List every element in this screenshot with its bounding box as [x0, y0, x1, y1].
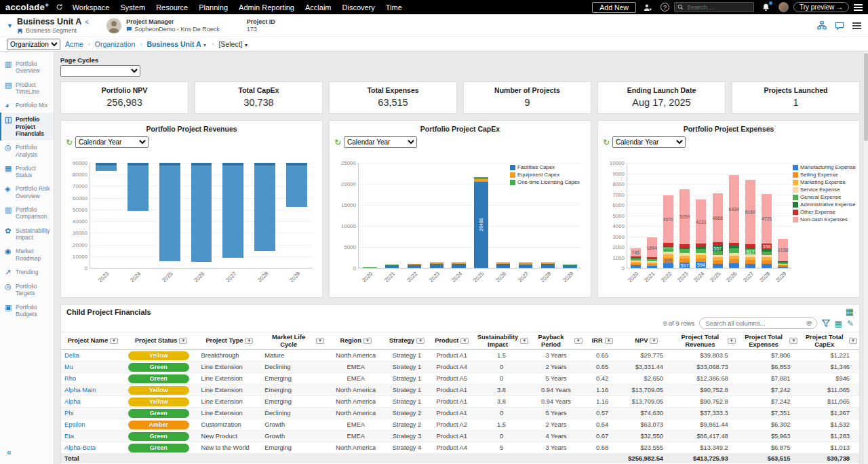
nav-item-system[interactable]: System: [115, 3, 151, 12]
project-link[interactable]: Rho: [64, 375, 76, 382]
chevron-down-icon: ▼: [203, 43, 208, 47]
menu-hamburger-icon[interactable]: [854, 3, 863, 12]
nav-item-acclaim[interactable]: Acclaim: [300, 3, 337, 12]
table-search-input[interactable]: [704, 319, 806, 328]
page-cycles-select[interactable]: [60, 65, 140, 77]
sidebar-item-trending[interactable]: ↗Trending: [0, 265, 54, 279]
column-filter-icon[interactable]: ▼: [245, 338, 253, 344]
segment-other-expense: [778, 261, 788, 262]
nav-item-time[interactable]: Time: [380, 3, 408, 12]
project-link[interactable]: Eta: [64, 433, 74, 440]
scrollbar-thumb[interactable]: [864, 53, 868, 141]
column-filter-icon[interactable]: ▼: [110, 338, 118, 344]
refresh-icon[interactable]: ↻: [334, 138, 341, 147]
comments-icon[interactable]: [835, 22, 844, 30]
table-row: Alpha-BetaGreenNew to the WorldEmergingN…: [61, 442, 859, 454]
nav-item-admin-reporting[interactable]: Admin Reporting: [233, 3, 300, 12]
refresh-icon[interactable]: ↻: [603, 138, 610, 147]
scope-select[interactable]: Organization: [7, 39, 60, 50]
sync-icon[interactable]: [55, 3, 64, 12]
nav-item-resource[interactable]: Resource: [151, 3, 193, 12]
cell-project-status: Green: [125, 362, 198, 373]
chat-bubble-icon[interactable]: [126, 26, 132, 32]
nav-item-planning[interactable]: Planning: [193, 3, 233, 12]
sidebar-item-portfolio-project-financials[interactable]: ◫Portfolio Project Financials: [0, 113, 54, 140]
breadcrumb-item-business-unit-a[interactable]: Business Unit A▼: [146, 40, 207, 48]
user-avatar[interactable]: [778, 2, 789, 12]
clear-search-icon[interactable]: ⊗: [806, 320, 812, 327]
project-link[interactable]: Epsilon: [64, 421, 85, 428]
column-filter-icon[interactable]: ▼: [416, 338, 425, 344]
context-expand-caret-icon[interactable]: ▼: [7, 22, 13, 29]
edit-icon[interactable]: ✎: [847, 320, 854, 328]
column-filter-icon[interactable]: ▼: [460, 338, 469, 344]
project-link[interactable]: Delta: [64, 352, 79, 359]
navbar-search-input[interactable]: [686, 3, 751, 12]
breadcrumb-item-select[interactable]: [Select]▼: [218, 40, 248, 48]
x-axis-label: 2029: [769, 271, 788, 290]
column-filter-icon[interactable]: ▼: [605, 338, 613, 344]
sidebar-item-portfolio-budgets[interactable]: ▣Portfolio Budgets: [0, 301, 54, 322]
hierarchy-icon[interactable]: [817, 21, 827, 30]
filter-funnel-icon[interactable]: [822, 320, 830, 327]
period-select[interactable]: Calendar Year: [344, 136, 417, 148]
excel-export-icon[interactable]: ▦: [846, 307, 854, 316]
column-header-inner: Project Total CapEx▼: [802, 334, 857, 348]
column-header-inner: IRR▼: [592, 337, 613, 345]
sidebar-item-product-timeline[interactable]: ▤Product TimeLine: [0, 78, 54, 99]
column-header-payback-period: Payback Period▼: [528, 332, 584, 350]
breadcrumb-item-organization[interactable]: Organization: [95, 40, 136, 48]
table-toolbar: 9 of 9 rows ⊗ ▦ ✎: [61, 316, 859, 332]
sidebar-item-market-roadmap[interactable]: ◉Market Roadmap: [0, 244, 54, 265]
cell-npv: $13,709.05: [620, 385, 673, 396]
sidebar-item-portfolio-overview[interactable]: ▥Portfolio Overview: [0, 57, 54, 78]
sidebar-item-portfolio-analysis[interactable]: ◎Portfolio Analysis: [0, 140, 54, 161]
status-badge: Green: [128, 409, 189, 418]
project-link[interactable]: Alpha-Beta: [64, 444, 96, 451]
column-chooser-icon[interactable]: ▦: [835, 320, 842, 328]
try-preview-button[interactable]: Try preview →: [793, 2, 849, 12]
column-filter-icon[interactable]: ▼: [574, 338, 583, 344]
trending-icon: ↗: [5, 269, 13, 276]
sidebar-item-portfolio-targets[interactable]: ◎Portfolio Targets: [0, 279, 54, 301]
notifications-bell-icon[interactable]: [762, 3, 771, 12]
column-filter-icon[interactable]: ▼: [316, 338, 324, 344]
sidebar-item-portfolio-comparison[interactable]: ▥Portfolio Comparison: [0, 203, 54, 224]
sidebar-item-portfolio-risk-overview[interactable]: ◈Portfolio Risk Overview: [0, 182, 54, 203]
column-filter-icon[interactable]: ▼: [179, 338, 187, 344]
column-filter-icon[interactable]: ▼: [849, 338, 857, 344]
header-actions: [817, 21, 861, 31]
table-row: DeltaYellowBreakthroughMatureNorth Ameri…: [61, 350, 859, 362]
column-filter-icon[interactable]: ▼: [520, 338, 528, 344]
project-link[interactable]: Alpha Main: [64, 387, 96, 393]
nav-item-workspace[interactable]: Workspace: [67, 3, 115, 12]
cell-irr: 0.42: [585, 373, 620, 385]
column-filter-icon[interactable]: ▼: [650, 338, 658, 344]
add-new-button[interactable]: Add New: [592, 2, 636, 13]
sidebar-collapse-icon[interactable]: «: [7, 448, 12, 457]
project-link[interactable]: Alpha: [64, 398, 81, 405]
share-icon[interactable]: <: [85, 18, 89, 26]
period-select[interactable]: Calendar Year: [612, 136, 686, 148]
period-select[interactable]: Calendar Year: [75, 136, 149, 148]
project-link[interactable]: Mu: [64, 364, 73, 370]
column-filter-icon[interactable]: ▼: [728, 338, 736, 344]
user-settings-icon[interactable]: [644, 3, 653, 12]
sidebar-item-portfolio-mix[interactable]: ◕Portfolio Mix: [0, 98, 54, 113]
project-link[interactable]: Phi: [64, 410, 73, 417]
table-row: RhoGreenLine ExtensionEmergingEMEAStrate…: [61, 373, 859, 385]
sidebar-item-label: Portfolio Targets: [16, 283, 52, 297]
refresh-icon[interactable]: ↻: [66, 138, 73, 147]
total-cell-region: [326, 454, 386, 463]
capex-chart-card: Portfolio Project CapEx ↻ Calendar Year …: [329, 120, 591, 298]
breadcrumb-item-acme[interactable]: Acme: [65, 40, 83, 48]
column-filter-icon[interactable]: ▼: [789, 338, 797, 344]
help-icon[interactable]: ?: [660, 3, 669, 12]
column-filter-icon[interactable]: ▼: [363, 338, 372, 344]
nav-item-discovery[interactable]: Discovery: [337, 3, 380, 12]
header-menu-icon[interactable]: [852, 21, 861, 31]
x-axis-label: 2020: [355, 271, 374, 290]
sidebar-item-product-status[interactable]: ▦Product Status: [0, 161, 54, 182]
sidebar-item-label: Portfolio Project Financials: [16, 116, 52, 137]
sidebar-item-sustainability-impact[interactable]: ✿Sustainability Impact: [0, 224, 54, 245]
